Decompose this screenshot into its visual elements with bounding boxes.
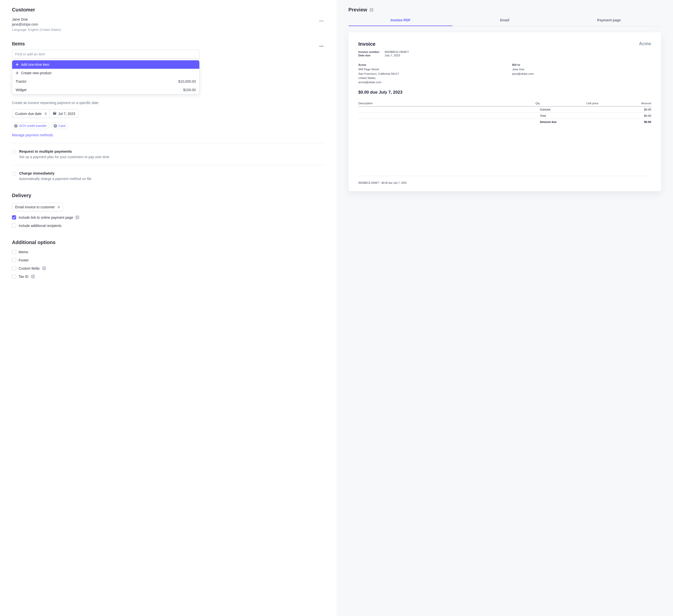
charge-immediately-title: Charge immediately xyxy=(19,171,91,175)
delivery-method-label: Email invoice to customer xyxy=(15,205,55,209)
product-option[interactable]: Tractor $10,000.00 xyxy=(12,77,199,86)
invoice-company: Acme xyxy=(639,41,651,46)
info-icon[interactable]: i xyxy=(31,274,35,278)
bill-to-heading: Bill to xyxy=(512,63,651,67)
additional-options-heading: Additional options xyxy=(12,240,325,245)
summary-label: Amount due xyxy=(540,119,599,125)
info-icon[interactable]: i xyxy=(370,8,373,12)
payment-description: Create an invoice requesting payment on … xyxy=(12,101,325,105)
due-date-value: Jul 7, 2023 xyxy=(58,112,75,116)
summary-value: $0.00 xyxy=(599,113,651,119)
from-line3: United States xyxy=(359,76,497,80)
plus-icon xyxy=(16,71,19,74)
invoice-date-due-label: Date due xyxy=(359,54,380,57)
svg-rect-1 xyxy=(53,113,56,115)
payment-method-chip[interactable]: ✕ Card xyxy=(51,123,68,129)
customer-more-button[interactable] xyxy=(318,17,325,23)
tab-payment-page[interactable]: Payment page xyxy=(557,15,661,26)
multiple-payments-title: Request in multiple payments xyxy=(19,149,109,154)
memo-label: Memo xyxy=(19,250,28,254)
payment-method-chip[interactable]: ✕ ACH credit transfer xyxy=(12,123,49,129)
customer-heading: Customer xyxy=(12,7,325,13)
tab-email[interactable]: Email xyxy=(453,15,557,26)
calendar-icon xyxy=(53,112,56,116)
summary-value: $0.00 xyxy=(599,119,651,125)
select-updown-icon xyxy=(58,206,60,208)
footer-checkbox[interactable] xyxy=(12,258,16,262)
product-price: $100.00 xyxy=(183,88,196,92)
from-email: acme@stripe.com xyxy=(359,80,497,84)
from-name: Acme xyxy=(359,63,497,67)
due-date-mode-label: Custom due date xyxy=(15,112,42,116)
additional-recipients-checkbox[interactable] xyxy=(12,223,16,228)
col-amount: Amount xyxy=(599,100,651,107)
info-icon[interactable]: i xyxy=(75,215,79,219)
bill-to-email: jane@stripe.com xyxy=(512,72,651,76)
create-product-label: Create new product xyxy=(21,71,51,75)
invoice-preview-card: Invoice Acme Invoice number 8503B6CE-DRA… xyxy=(349,32,661,191)
additional-recipients-label: Include additional recipients xyxy=(19,224,61,228)
create-product-option[interactable]: Create new product xyxy=(12,69,199,77)
bill-to-name: Jane Doe xyxy=(512,67,651,71)
customer-language: Language: English (United States) xyxy=(12,28,61,31)
invoice-line-items-table: Description Qty Unit price Amount Subtot… xyxy=(359,100,651,125)
payment-method-label: ACH credit transfer xyxy=(19,124,47,128)
remove-chip-icon[interactable]: ✕ xyxy=(14,124,18,128)
multiple-payments-radio[interactable] xyxy=(12,150,16,154)
invoice-title: Invoice xyxy=(359,41,376,47)
product-name: Tractor xyxy=(16,79,27,83)
delivery-heading: Delivery xyxy=(12,193,325,198)
tab-invoice-pdf[interactable]: Invoice PDF xyxy=(349,15,453,26)
footer-label: Footer xyxy=(19,258,29,262)
invoice-footer-line: 8503B6CE-DRAFT · $0.00 due July 7, 2023 xyxy=(359,182,651,184)
divider xyxy=(12,165,325,165)
due-date-mode-select[interactable]: Custom due date xyxy=(12,109,50,118)
horizontal-dots-icon xyxy=(319,21,323,22)
delivery-method-select[interactable]: Email invoice to customer xyxy=(12,203,63,211)
item-search-input[interactable] xyxy=(12,50,200,59)
add-one-time-item-option[interactable]: Add one-time item xyxy=(12,60,199,69)
manage-payment-methods-link[interactable]: Manage payment methods xyxy=(12,133,53,137)
add-one-time-item-label: Add one-time item xyxy=(21,62,49,66)
tax-id-checkbox[interactable] xyxy=(12,274,16,278)
product-name: Widget xyxy=(16,88,27,92)
info-icon[interactable]: i xyxy=(42,266,46,270)
summary-value: $0.00 xyxy=(599,107,651,113)
product-price: $10,000.00 xyxy=(179,79,196,83)
col-qty: Qty xyxy=(499,100,540,107)
item-dropdown: Add one-time item Create new product Tra… xyxy=(12,60,200,94)
items-heading: Items xyxy=(12,41,25,47)
custom-fields-label: Custom fields xyxy=(19,266,40,270)
divider xyxy=(12,143,325,143)
horizontal-dots-icon xyxy=(319,46,323,47)
invoice-date-due-value: July 7, 2023 xyxy=(385,54,400,57)
col-description: Description xyxy=(359,100,499,107)
product-option[interactable]: Widget $100.00 xyxy=(12,86,199,94)
preview-heading: Preview xyxy=(349,7,368,13)
customer-email: jane@stripe.com xyxy=(12,22,61,26)
summary-label: Total xyxy=(540,113,599,119)
invoice-number-label: Invoice number xyxy=(359,50,380,53)
plus-icon xyxy=(16,63,19,66)
invoice-due-line: $0.00 due July 7, 2023 xyxy=(359,90,651,95)
payment-method-label: Card xyxy=(58,124,65,128)
multiple-payments-desc: Set up a payment plan for your customers… xyxy=(19,155,109,159)
include-payment-link-checkbox[interactable] xyxy=(12,215,16,219)
from-line2: San Francisco, California 94117 xyxy=(359,72,497,76)
invoice-body-spacer xyxy=(359,127,651,176)
memo-checkbox[interactable] xyxy=(12,250,16,254)
include-payment-link-label: Include link to online payment page xyxy=(19,215,73,219)
items-more-button[interactable] xyxy=(318,42,325,48)
remove-chip-icon[interactable]: ✕ xyxy=(54,124,57,128)
customer-name: Jane Doe xyxy=(12,17,61,21)
charge-immediately-radio[interactable] xyxy=(12,172,16,176)
charge-immediately-desc: Automatically charge a payment method on… xyxy=(19,177,91,181)
tax-id-label: Tax ID xyxy=(19,274,29,278)
from-line1: 949 Page Street xyxy=(359,67,497,71)
col-unit-price: Unit price xyxy=(540,100,599,107)
custom-fields-checkbox[interactable] xyxy=(12,266,16,270)
select-updown-icon xyxy=(45,113,47,115)
invoice-number-value: 8503B6CE-DRAFT xyxy=(385,50,409,53)
due-date-picker[interactable]: Jul 7, 2023 xyxy=(50,109,79,118)
summary-label: Subtotal xyxy=(540,107,599,113)
